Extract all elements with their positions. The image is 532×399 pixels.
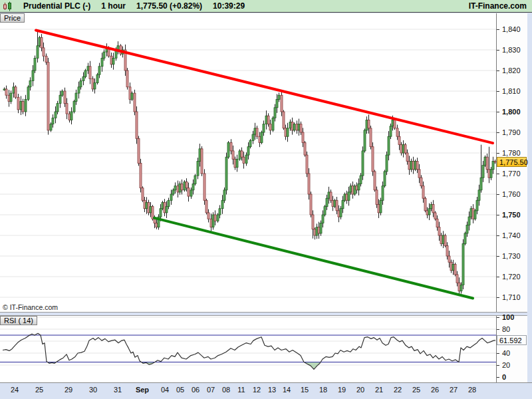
- rsi-tick-label: 80: [497, 325, 510, 334]
- date-label: Sep: [136, 386, 149, 394]
- clock-label: 10:39:29: [213, 1, 245, 11]
- date-label: 12: [253, 386, 261, 394]
- date-label: 21: [375, 386, 383, 394]
- date-axis: 2425293031Sep040506070811121314151819202…: [0, 382, 532, 399]
- date-label: 24: [11, 386, 19, 394]
- price-panel: Price © IT-Finance.com 1,775.50 1,8401,8…: [0, 13, 527, 313]
- price-tick-label: 1,840: [497, 25, 521, 34]
- date-label: 27: [450, 386, 458, 394]
- date-label: 29: [65, 386, 72, 394]
- date-label: 06: [192, 386, 200, 394]
- price-tick-label: 1,730: [497, 251, 521, 261]
- brand-label: IT-Finance.com: [469, 1, 527, 11]
- date-label: 26: [431, 386, 439, 394]
- rsi-tick-label: 40: [497, 348, 510, 358]
- rsi-line: [3, 333, 495, 369]
- date-label: 28: [468, 386, 476, 394]
- price-tick-label: 1,810: [497, 86, 521, 96]
- rsi-panel-tab[interactable]: RSI ( 14): [0, 316, 37, 325]
- price-chart-canvas[interactable]: [0, 13, 496, 312]
- date-label: 04: [161, 386, 169, 394]
- date-label: 15: [301, 386, 309, 394]
- price-tick-label: 1,760: [497, 190, 521, 199]
- price-tick-label: 1,780: [497, 148, 521, 158]
- candlestick-logo-icon: [3, 1, 13, 11]
- date-label: 18: [319, 386, 327, 394]
- date-label: 19: [338, 386, 346, 394]
- price-tick-label: 1,800: [497, 107, 521, 116]
- price-tick-label: 1,820: [497, 66, 521, 75]
- date-label: 08: [222, 386, 230, 394]
- price-tick-label: 1,830: [497, 45, 521, 55]
- price-panel-tab[interactable]: Price: [0, 13, 25, 23]
- watermark: © IT-Finance.com: [3, 303, 58, 311]
- date-label: 13: [268, 386, 276, 394]
- date-label: 20: [356, 386, 364, 394]
- rsi-oversold-shade: [3, 333, 495, 369]
- price-tick-label: 1,750: [497, 210, 521, 219]
- rsi-chart-canvas[interactable]: [0, 316, 496, 382]
- date-label: 25: [412, 386, 420, 394]
- price-tick-label: 1,770: [497, 169, 521, 178]
- price-tick-label: 1,790: [497, 128, 521, 137]
- date-label: 31: [114, 386, 122, 394]
- timeframe-label: 1 hour: [101, 1, 126, 11]
- price-tick-label: 1,720: [497, 272, 521, 281]
- title-bar: Prudential PLC (-) 1 hour 1,775.50 (+0.8…: [0, 0, 532, 13]
- date-label: 11: [237, 386, 245, 394]
- last-price-badge: 1,775.50: [497, 157, 527, 167]
- chart-window: { "header": { "title": "Prudential PLC (…: [0, 0, 532, 399]
- date-label: 07: [207, 386, 215, 394]
- instrument-title: Prudential PLC (-): [23, 1, 90, 11]
- date-label: 14: [283, 386, 291, 394]
- rsi-tick-label: 20: [497, 360, 510, 370]
- date-label: 25: [35, 386, 43, 394]
- rsi-tick-label: 100: [497, 313, 514, 322]
- candlestick-series: [3, 37, 496, 291]
- rsi-tick-label: 0: [497, 372, 506, 382]
- price-tick-label: 1,710: [497, 293, 521, 302]
- date-label: 22: [394, 386, 402, 394]
- price-tick-label: 1,740: [497, 231, 521, 240]
- trendline-descending-support[interactable]: [154, 218, 473, 299]
- date-label: 30: [89, 386, 97, 394]
- rsi-panel: RSI ( 14) 61.592 1008040200: [0, 315, 527, 382]
- rsi-value-badge: 61.592: [497, 335, 527, 345]
- date-label: 05: [176, 386, 184, 394]
- quote-change-label: 1,775.50 (+0.82%): [136, 1, 202, 11]
- price-axis: 1,775.50 1,8401,8301,8201,8101,8001,7901…: [496, 13, 527, 312]
- rsi-axis: 61.592 1008040200: [496, 316, 527, 382]
